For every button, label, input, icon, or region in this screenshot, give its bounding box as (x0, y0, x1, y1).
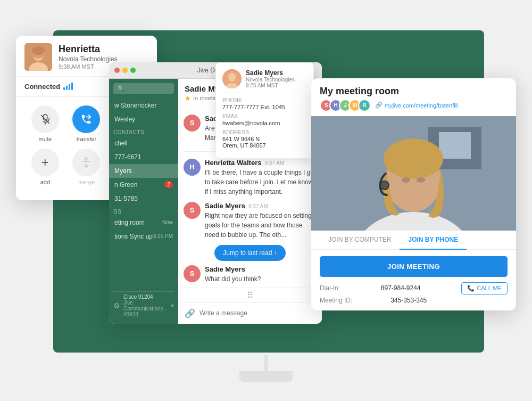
call-time: 9:38 AM MST (59, 63, 118, 70)
close-dot[interactable] (114, 68, 120, 73)
meeting-card: My meeting room S H J M R 🔗 myjive.com/m… (311, 78, 516, 310)
monitor-stand (264, 355, 268, 371)
meeting-id-value: 345-353-345 (390, 297, 427, 304)
meeting-title: My meeting room (320, 86, 458, 97)
merge-button[interactable]: merge (72, 149, 100, 185)
phone-header-info: Henrietta Novola Technologies 9:38 AM MS… (59, 44, 118, 70)
msg-avatar-henrietta: H (184, 159, 201, 176)
search-box: 🔍 (113, 83, 174, 94)
connection-status: Connected (24, 83, 73, 91)
tab-join-by-computer[interactable]: JOIN BY COMPUTER (320, 231, 400, 250)
contact-time: 9:25 AM MST (246, 83, 295, 88)
caller-company: Novola Technologies (59, 55, 118, 63)
transfer-label: transfer (77, 136, 96, 142)
sidebar-item-wesley[interactable]: Wesley (109, 112, 178, 126)
sidebar: 🔍 w Stonehocker Wesley Contacts chell 77… (109, 79, 178, 324)
phone-small-icon: 📞 (467, 285, 475, 292)
contact-phone: 777-777-7777 Ext. 1045 (222, 104, 307, 110)
add-icon: + (31, 149, 59, 176)
sidebar-item-myers[interactable]: Myers (109, 164, 178, 178)
contact-panel: Sadie Myers Novola Technologies 9:25 AM … (215, 62, 314, 159)
merge-label: merge (78, 179, 95, 185)
meeting-id-label: Meeting ID: (320, 297, 352, 304)
contact-company: Novola Technologies (246, 77, 295, 83)
meeting-id-row: Meeting ID: 345-353-345 (320, 297, 508, 304)
add-label: add (40, 179, 50, 185)
contact-email-row: Email hwalters@novola.com (222, 113, 307, 126)
message-3: S Sadie Myers 9:37 AM Right now they are… (184, 202, 317, 240)
contact-email: hwalters@novola.com (222, 120, 307, 126)
join-meeting-button[interactable]: JOIN MEETING (320, 256, 508, 277)
mute-icon (31, 105, 59, 133)
transfer-button[interactable]: transfer (72, 105, 100, 142)
dial-in-row: Dial-In: 897-984-9244 📞 CALL ME (320, 282, 508, 294)
message-2: H Henrietta Walters 9:37 AM I'll be ther… (184, 159, 317, 197)
svg-rect-25 (439, 132, 471, 159)
maximize-dot[interactable] (130, 68, 136, 73)
sidebar-item-stonehocker[interactable]: w Stonehocker (109, 99, 178, 112)
sidebar-item-sync[interactable]: tions Sync up 3:15 PM (109, 230, 178, 243)
badge: 2 (164, 181, 173, 188)
svg-point-34 (380, 181, 389, 190)
app-grid-icon[interactable]: ⠿ (247, 291, 253, 300)
contacts-section: Contacts (109, 126, 178, 136)
msg-avatar-sadie-3: S (184, 265, 201, 282)
dial-in-value: 897-984-9244 (381, 284, 421, 292)
sidebar-item-ext[interactable]: 31-5785 (109, 192, 178, 206)
sidebar-bottom: ⚙ Cisco 91204 Jive Communications - #892… (109, 287, 178, 324)
sidebar-item-meeting-room[interactable]: eting room Now (109, 216, 178, 230)
contact-phone-row: Phone 777-777-7777 Ext. 1045 (222, 97, 307, 110)
meeting-header: My meeting room S H J M R 🔗 myjive.com/m… (311, 78, 516, 116)
caller-name: Henrietta (59, 44, 118, 55)
mute-button[interactable]: mute (31, 105, 59, 142)
meeting-info: Dial-In: 897-984-9244 📞 CALL ME Meeting … (320, 282, 508, 304)
avatar-5: R (358, 99, 371, 112)
meeting-actions: JOIN MEETING Dial-In: 897-984-9244 📞 CAL… (311, 250, 516, 310)
minimize-dot[interactable] (122, 68, 128, 73)
contact-avatar (222, 69, 242, 88)
svg-point-31 (402, 177, 410, 183)
monitor-base (239, 371, 293, 382)
jump-to-last-button[interactable]: Jump to last read ↑ (214, 245, 285, 261)
contact-address-row: Address 641 W 9646 NOrem, UT 84057 (222, 129, 307, 149)
contact-card-header: Sadie Myers Novola Technologies 9:25 AM … (222, 69, 307, 93)
svg-point-32 (417, 177, 425, 183)
contact-address: 641 W 9646 NOrem, UT 84057 (222, 136, 307, 149)
meeting-avatars: S H J M R (320, 99, 371, 112)
svg-point-30 (384, 138, 443, 179)
message-4: S Sadie Myers What did you think? (184, 265, 317, 284)
message-input-area: 🔗 (178, 302, 322, 324)
sidebar-item-green[interactable]: n Green 2 (109, 178, 178, 192)
tab-join-by-phone[interactable]: JOIN BY PHONE (400, 231, 467, 250)
contact-name: Sadie Myers (246, 69, 295, 77)
groups-section: gs (109, 206, 178, 216)
call-me-button[interactable]: 📞 CALL ME (461, 282, 508, 294)
dial-in-label: Dial-In: (320, 284, 340, 292)
mute-label: mute (39, 136, 52, 142)
merge-icon (72, 149, 100, 176)
sidebar-item-chell[interactable]: chell (109, 136, 178, 150)
sidebar-search: 🔍 (109, 79, 178, 99)
meeting-tabs: JOIN BY COMPUTER JOIN BY PHONE (311, 231, 516, 250)
link-icon: 🔗 (375, 102, 383, 109)
meeting-link[interactable]: 🔗 myjive.com/meeting/bstenfill (375, 102, 458, 109)
svg-point-4 (32, 46, 45, 55)
attachment-icon[interactable]: 🔗 (185, 308, 195, 318)
sidebar-item-phone[interactable]: 777-6671 (109, 150, 178, 164)
msg-avatar-sadie-2: S (184, 202, 201, 219)
transfer-icon (72, 105, 100, 133)
svg-point-20 (228, 73, 236, 81)
message-input[interactable] (200, 309, 315, 317)
avatar (24, 43, 52, 71)
msg-avatar-sadie: S (184, 114, 201, 132)
meeting-video (311, 116, 516, 231)
add-button[interactable]: + add (31, 149, 59, 185)
window-controls (114, 68, 136, 73)
signal-bars (63, 83, 73, 90)
